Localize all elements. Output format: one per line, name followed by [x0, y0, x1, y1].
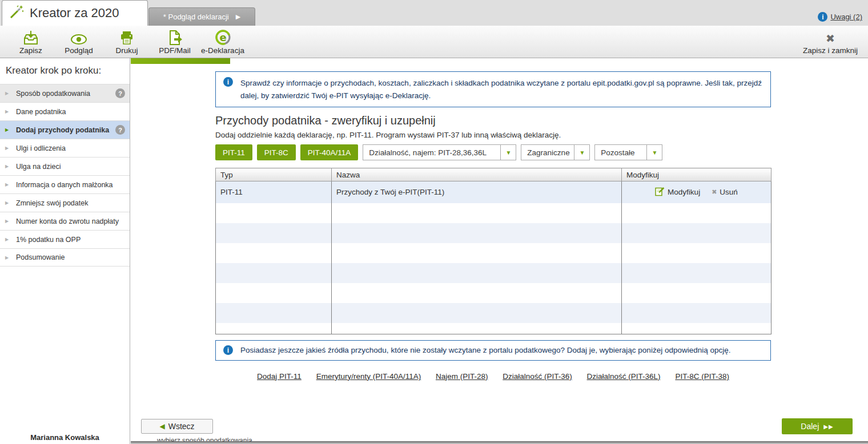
- wizard-sidebar: Kreator krok po kroku: ▶ Sposób opodatko…: [0, 58, 130, 444]
- sidebar-item-ulgi-i-odliczenia[interactable]: ▶ Ulgi i odliczenia: [0, 139, 130, 157]
- modify-button[interactable]: Modyfikuj: [655, 187, 700, 198]
- preview-label: Podgląd: [65, 46, 93, 55]
- column-header-typ: Typ: [216, 168, 332, 181]
- cell-typ: PIT-11: [216, 181, 332, 203]
- chevron-down-icon[interactable]: ▼: [500, 145, 516, 160]
- table-empty-row: [216, 283, 771, 303]
- chevron-right-icon: ▶: [5, 255, 11, 260]
- info-box-bottom: i Posiadasz jeszcze jakieś źródła przych…: [215, 340, 771, 361]
- add-declaration-row: PIT-11 PIT-8C PIT-40A/11A Działalność, n…: [215, 144, 771, 160]
- link-dodaj-pit-11[interactable]: Dodaj PIT-11: [257, 372, 302, 381]
- page-subtitle: Dodaj oddzielnie każdą deklarację, np. P…: [215, 131, 771, 139]
- back-button[interactable]: ◀ Wstecz: [141, 419, 213, 434]
- uwagi-label: Uwagi (2): [830, 13, 862, 21]
- info-box-top: i Sprawdź czy informacje o przychodach, …: [215, 71, 771, 107]
- dropdown-dzialalnosc-najem[interactable]: Działalność, najem: PIT-28,36,36L ▼: [363, 144, 516, 160]
- tab-kreator-label: Kreator za 2020: [30, 6, 119, 21]
- add-pit-8c-button[interactable]: PIT-8C: [257, 144, 296, 160]
- table-header-row: Typ Nazwa Modyfikuj: [216, 168, 771, 181]
- page-title: Przychody podatnika - zweryfikuj i uzupe…: [215, 114, 771, 127]
- table-empty-row: [216, 223, 771, 243]
- help-icon[interactable]: ?: [115, 125, 125, 135]
- tab-kreator[interactable]: Kreator za 2020: [2, 0, 148, 26]
- table-empty-row: [216, 323, 771, 334]
- print-button[interactable]: Drukuj: [103, 26, 151, 58]
- link-najem-pit-28[interactable]: Najem (PIT-28): [436, 372, 488, 381]
- svg-text:e: e: [219, 31, 226, 43]
- chevron-right-icon: ▶: [5, 146, 11, 151]
- save-tray-icon: [22, 29, 39, 46]
- pdf-mail-label: PDF/Mail: [159, 46, 191, 55]
- back-button-label: Wstecz: [168, 422, 195, 431]
- progress-bar: [131, 58, 230, 64]
- background-window-strip: wybierz sposób opodatkowania: [131, 435, 868, 444]
- sidebar-item-1-procent-podatku-na-opp[interactable]: ▶ 1% podatku na OPP: [0, 230, 130, 248]
- link-emerytury-renty-pit-40a-11a[interactable]: Emerytury/renty (PIT-40A/11A): [316, 372, 421, 381]
- dropdown-zagraniczne[interactable]: Zagraniczne ▼: [521, 144, 590, 160]
- delete-button[interactable]: ✖ Usuń: [712, 188, 738, 196]
- tab-podglad-label: * Podgląd deklaracji: [163, 13, 229, 21]
- sidebar-item-informacja-o-danych-malzonka[interactable]: ▶ Informacja o danych małżonka: [0, 175, 130, 193]
- wand-icon: [9, 5, 24, 22]
- save-and-close-label: Zapisz i zamknij: [803, 46, 858, 55]
- double-arrow-right-icon: ▶▶: [823, 423, 833, 430]
- sidebar-item-numer-konta-do-zwrotu-nadplaty[interactable]: ▶ Numer konta do zwrotu nadpłaty: [0, 212, 130, 230]
- app-window: Kreator za 2020 * Podgląd deklaracji ▶ i…: [0, 0, 868, 444]
- save-label: Zapisz: [19, 46, 42, 55]
- sidebar-item-zmniejsz-swoj-podatek[interactable]: ▶ Zmniejsz swój podatek: [0, 193, 130, 212]
- print-label: Drukuj: [115, 46, 138, 55]
- user-name: Marianna Kowalska: [0, 433, 130, 442]
- chevron-right-icon: ▶: [5, 200, 11, 205]
- add-source-links: Dodaj PIT-11 Emerytury/renty (PIT-40A/11…: [215, 372, 771, 381]
- arrow-left-icon: ◀: [159, 422, 164, 430]
- next-button-label: Dalej: [801, 422, 819, 431]
- info-icon: i: [818, 12, 827, 22]
- pdf-mail-button[interactable]: PDF/Mail: [151, 26, 199, 58]
- eye-icon: [70, 29, 88, 46]
- chevron-right-icon: ▶: [5, 164, 11, 169]
- cell-nazwa: Przychody z Twój e-PIT(PIT-11): [332, 181, 622, 203]
- uwagi-link[interactable]: i Uwagi (2): [818, 12, 862, 22]
- main-content: i Sprawdź czy informacje o przychodach, …: [131, 58, 868, 444]
- add-pit-11-button[interactable]: PIT-11: [215, 144, 252, 160]
- delete-x-icon: ✖: [712, 188, 717, 196]
- preview-button[interactable]: Podgląd: [55, 26, 103, 58]
- save-button[interactable]: Zapisz: [7, 26, 55, 58]
- arrow-right-icon: ▶: [236, 13, 240, 21]
- tab-podglad-deklaracji[interactable]: * Podgląd deklaracji ▶: [148, 7, 255, 26]
- link-pit-8c-pit-38[interactable]: PIT-8C (PIT-38): [675, 372, 729, 381]
- table-empty-row: [216, 263, 771, 283]
- link-dzialalnosc-pit-36[interactable]: Działalność (PIT-36): [503, 372, 572, 381]
- table-empty-row: [216, 303, 771, 323]
- save-and-close-button[interactable]: ✖ Zapisz i zamknij: [803, 26, 858, 58]
- info-icon: i: [223, 345, 233, 355]
- printer-icon: [119, 29, 134, 46]
- next-button[interactable]: Dalej ▶▶: [782, 418, 853, 434]
- chevron-right-icon: ▶: [5, 219, 11, 224]
- sidebar-title: Kreator krok po kroku:: [0, 58, 130, 84]
- table-empty-row: [216, 243, 771, 263]
- edit-icon: [655, 187, 665, 198]
- chevron-down-icon[interactable]: ▼: [574, 145, 589, 160]
- add-pit-40a-11a-button[interactable]: PIT-40A/11A: [300, 144, 359, 160]
- help-icon[interactable]: ?: [115, 88, 125, 98]
- sidebar-item-sposob-opodatkowania[interactable]: ▶ Sposób opodatkowania ?: [0, 84, 130, 102]
- dropdown-pozostale[interactable]: Pozostałe ▼: [594, 144, 662, 160]
- sidebar-item-dane-podatnika[interactable]: ▶ Dane podatnika: [0, 102, 130, 120]
- column-header-modyfikuj: Modyfikuj: [622, 168, 771, 181]
- sidebar-item-podsumowanie[interactable]: ▶ Podsumowanie: [0, 248, 130, 267]
- row-actions: Modyfikuj ✖ Usuń: [626, 187, 766, 198]
- declarations-table: Typ Nazwa Modyfikuj PIT-11 Przychody z T…: [215, 168, 771, 334]
- e-declaration-button[interactable]: e e-Deklaracja: [199, 26, 247, 58]
- chevron-down-icon[interactable]: ▼: [646, 145, 662, 160]
- background-window-bar: [131, 441, 868, 444]
- content-column: i Sprawdź czy informacje o przychodach, …: [215, 71, 771, 381]
- link-dzialalnosc-pit-36l[interactable]: Działalność (PIT-36L): [587, 372, 661, 381]
- sidebar-item-ulga-na-dzieci[interactable]: ▶ Ulga na dzieci: [0, 157, 130, 175]
- info-box-top-text: Sprawdź czy informacje o przychodach, ko…: [240, 77, 763, 102]
- table-row-pit-11: PIT-11 Przychody z Twój e-PIT(PIT-11): [216, 181, 771, 203]
- sidebar-item-dodaj-przychody-podatnika[interactable]: ▶ Dodaj przychody podatnika ?: [0, 120, 130, 139]
- chevron-right-icon: ▶: [5, 237, 11, 242]
- info-box-bottom-text: Posiadasz jeszcze jakieś źródła przychod…: [240, 344, 730, 357]
- pdf-mail-icon: [167, 29, 183, 46]
